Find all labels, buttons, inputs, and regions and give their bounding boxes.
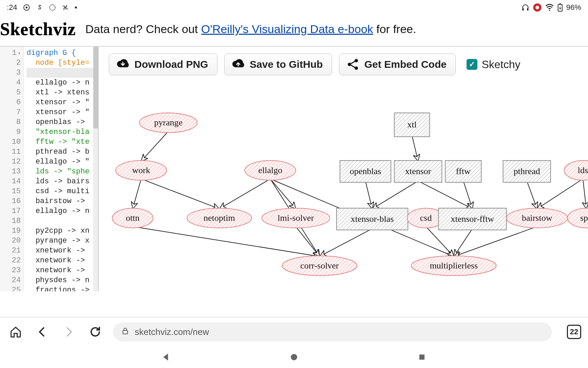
graph-node-label-corr: corr-solver [300, 261, 339, 271]
svg-rect-18 [123, 331, 128, 334]
status-clock: :24 [7, 3, 17, 12]
svg-point-2 [49, 5, 55, 11]
circle-ring-icon [49, 4, 56, 11]
graph-node-label-ellalgo: ellalgo [258, 165, 282, 175]
graph-edge-csd-mult [426, 227, 454, 257]
nav-home-icon[interactable] [288, 351, 300, 363]
promo-text: Data nerd? Check out O'Reilly's Visualiz… [85, 22, 416, 36]
svg-rect-4 [522, 8, 524, 11]
download-png-button[interactable]: Download PNG [109, 53, 217, 75]
svg-rect-10 [559, 3, 561, 4]
status-left-cluster: :24 [7, 3, 77, 12]
graph-node-label-pyrange: pyrange [154, 118, 183, 127]
graph-edge-xtensor-xtb [372, 181, 418, 209]
graph-node-label-csd: csd [420, 213, 432, 223]
fan-icon [62, 4, 69, 11]
graph-edge-bairstow-mult [454, 227, 537, 257]
android-status-bar: :24 96% [0, 0, 588, 15]
svg-point-3 [75, 6, 77, 9]
graph-edge-xtb-corr [320, 229, 372, 257]
sketchy-label: Sketchy [481, 58, 520, 71]
graph-node-label-fftw: fftw [456, 166, 471, 176]
back-icon[interactable] [33, 323, 51, 341]
graph-node-label-bairstow: bairstow [522, 213, 553, 223]
graph-node-label-pthread: pthread [513, 166, 540, 176]
graph-edge-lmi-corr [296, 227, 320, 257]
graph-edge-work-ottn [133, 179, 141, 209]
record-circle-icon [533, 3, 542, 12]
wifi-icon [545, 3, 554, 12]
graph-node-label-ottn: ottn [126, 213, 140, 223]
svg-point-11 [355, 59, 358, 62]
graph-node-label-xtensor: xtensor [405, 166, 431, 176]
editor-scrollbar[interactable] [93, 47, 98, 291]
checkbox-checked-icon[interactable]: ✓ [467, 59, 477, 70]
save-github-button[interactable]: Save to GitHub [224, 53, 332, 75]
svg-rect-5 [527, 8, 528, 11]
graph-edge-xtf-mult [454, 229, 473, 257]
graph-node-label-work: work [132, 165, 150, 175]
svg-point-19 [291, 354, 297, 361]
graph-edge-lds-bairstow [537, 179, 583, 209]
graph-node-label-openblas: openblas [350, 166, 381, 176]
circle-dot-icon [23, 4, 30, 11]
graph-canvas[interactable]: pyrangextlworkellalgoopenblasxtensorfftw… [99, 84, 588, 291]
svg-point-13 [355, 66, 358, 70]
nav-recents-icon[interactable] [416, 351, 428, 363]
graph-node-label-lds: lds [578, 165, 588, 175]
save-github-label: Save to GitHub [250, 59, 323, 70]
graph-node-label-sph: sph [580, 213, 588, 223]
graph-edge-ellalgo-netoptim [219, 179, 271, 209]
editor-gutter: 1234567891011121314151617181920212223242… [0, 47, 24, 291]
svg-point-8 [549, 10, 550, 11]
svg-rect-20 [419, 354, 424, 359]
headphones-icon [521, 3, 529, 12]
s-badge-icon [36, 4, 43, 11]
graph-svg[interactable]: pyrangextlworkellalgoopenblasxtensorfftw… [99, 84, 588, 291]
main-split: 1234567891011121314151617181920212223242… [0, 46, 588, 291]
graph-edge-work-netoptim [141, 179, 219, 209]
code-editor[interactable]: 1234567891011121314151617181920212223242… [0, 47, 99, 291]
graph-node-label-lmi: lmi-solver [278, 213, 314, 223]
android-nav-bar [0, 346, 588, 368]
graph-edge-lds-sph [583, 179, 586, 209]
editor-code-area[interactable]: digraph G { node [style= ellalgo -> n xt… [24, 47, 98, 291]
svg-point-12 [348, 63, 351, 66]
graph-node-label-netoptim: netoptim [203, 213, 235, 223]
graph-edge-pyrange-work [141, 131, 168, 161]
graph-edge-pthread-bairstow [527, 181, 537, 209]
graph-toolbar: Download PNG Save to GitHub Get Embed Co… [99, 47, 588, 78]
promo-link[interactable]: O'Reilly's Visualizing Data e-book [201, 22, 373, 35]
graph-node-label-xtl: xtl [407, 120, 416, 129]
url-text: sketchviz.com/new [135, 327, 209, 337]
graph-edge-openblas-xtb [365, 181, 372, 209]
nav-back-icon[interactable] [160, 351, 172, 363]
home-icon[interactable] [7, 323, 24, 341]
graph-node-label-xtb: xtensor-blas [351, 214, 394, 224]
embed-code-button[interactable]: Get Embed Code [339, 53, 456, 75]
cloud-download-icon [116, 59, 130, 70]
forward-icon[interactable] [60, 323, 78, 341]
svg-point-1 [26, 6, 28, 9]
graph-node-label-xtf: xtensor-fftw [451, 214, 494, 224]
download-png-label: Download PNG [134, 59, 208, 70]
graph-edge-xtl-xtensor [412, 135, 418, 161]
embed-code-label: Get Embed Code [364, 59, 447, 70]
sketchy-toggle[interactable]: ✓ Sketchy [467, 58, 520, 71]
lock-icon [121, 327, 129, 337]
tab-count-badge[interactable]: 22 [567, 325, 581, 339]
graph-panel: Download PNG Save to GitHub Get Embed Co… [99, 47, 588, 291]
scrollbar-thumb[interactable] [93, 47, 98, 128]
sketchviz-logo[interactable]: Sketchviz [0, 19, 76, 39]
graph-edge-ottn-corr [133, 227, 320, 257]
promo-suffix: for free. [373, 22, 416, 35]
cloud-upload-icon [231, 59, 245, 70]
svg-point-7 [536, 6, 539, 10]
graph-edge-ellalgo-lmi [270, 179, 296, 209]
url-bar[interactable]: sketchviz.com/new [113, 322, 552, 341]
graph-node-label-mult: multiplierless [430, 261, 478, 271]
dot-icon [75, 6, 77, 9]
share-icon [346, 59, 360, 70]
browser-bottom-bar: sketchviz.com/new 22 [0, 317, 588, 346]
reload-icon[interactable] [86, 323, 104, 341]
